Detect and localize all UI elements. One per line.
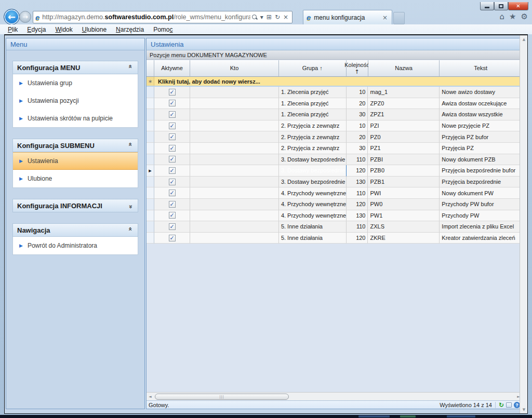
browser-tab[interactable]: e menu konfiguracja × xyxy=(303,10,392,24)
grid-new-row[interactable]: ∗ Kliknij tutaj, aby dodać nowy wiersz..… xyxy=(147,77,522,87)
cell-tekst[interactable]: Nowe przyjęcie PZ xyxy=(440,120,522,132)
cell-aktywne[interactable]: ✓ xyxy=(154,87,190,98)
cell-aktywne[interactable]: ✓ xyxy=(154,177,190,188)
cell-kto[interactable] xyxy=(190,187,279,199)
scrollbar-thumb[interactable]: ||| xyxy=(155,394,289,400)
checkbox-checked[interactable]: ✓ xyxy=(169,145,176,152)
cell-grupa[interactable]: 3. Dostawy bezpośrednie xyxy=(279,177,347,188)
cell-kto[interactable] xyxy=(190,109,279,120)
column-header-kolejnosc[interactable]: Kolejność↑ xyxy=(347,60,368,77)
cell-tekst[interactable]: Awiza dostaw wszystkie xyxy=(440,109,522,120)
row-header-cell[interactable] xyxy=(147,131,154,143)
cell-nazwa[interactable]: PZB0 xyxy=(368,165,440,177)
url-text[interactable]: http://magazyn.demo.softwarestudio.com.p… xyxy=(42,14,250,21)
sidebar-item-ulubione[interactable]: ▶Ulubione xyxy=(13,170,138,187)
row-header-cell[interactable] xyxy=(147,109,154,120)
menubar-item-pomoc[interactable]: Pomoc xyxy=(149,25,177,34)
cell-kolejnosc[interactable]: 30 xyxy=(347,143,368,154)
cell-grupa[interactable]: 2. Przyjęcia z zewnątrz xyxy=(279,143,347,154)
cell-grupa[interactable]: 4. Przychody wewnętrzne xyxy=(279,187,347,199)
table-row[interactable]: ▸✓3. Dostawy bezpośrednie120PZB0Przyjęci… xyxy=(147,165,522,177)
cell-grupa[interactable]: 4. Przychody wewnętrzne xyxy=(279,210,347,222)
checkbox-checked[interactable]: ✓ xyxy=(169,179,176,185)
menubar-item-ulubione[interactable]: Ulubione xyxy=(77,25,111,34)
cell-kto[interactable] xyxy=(190,165,279,177)
home-icon[interactable]: ⌂ xyxy=(500,11,505,22)
collapse-chevron-icon[interactable]: « xyxy=(127,64,134,71)
table-row[interactable]: ✓2. Przyjęcia z zewnątrz20PZ0Przyjęcia P… xyxy=(147,131,522,143)
row-header-cell[interactable] xyxy=(147,120,154,132)
grid-refresh-icon[interactable]: ↻ xyxy=(499,401,504,409)
table-row[interactable]: ✓1. Zlecenia przyjęć20ZPZ0Awiza dostaw o… xyxy=(147,98,522,110)
cell-nazwa[interactable]: ZPZ1 xyxy=(368,109,440,120)
table-row[interactable]: ✓3. Dostawy bezpośrednie130PZB1Przyjęcia… xyxy=(147,177,522,188)
column-header-aktywne[interactable]: Aktywne xyxy=(154,60,190,77)
checkbox-checked[interactable]: ✓ xyxy=(169,133,176,140)
checkbox-checked[interactable]: ✓ xyxy=(169,235,176,241)
cell-kolejnosc[interactable]: 10 xyxy=(347,87,368,98)
sidebar-item-ustawienia-skr-t-w-na-pulpicie[interactable]: ▶Ustawienia skrótów na pulpicie xyxy=(13,110,138,127)
cell-kto[interactable] xyxy=(190,154,279,166)
tools-gear-icon[interactable]: ⚙ xyxy=(521,11,528,22)
compatibility-view-icon[interactable]: ⊞ xyxy=(265,14,273,21)
checkbox-checked[interactable]: ✓ xyxy=(169,111,176,118)
cell-aktywne[interactable]: ✓ xyxy=(154,210,190,222)
sidebar-section-header[interactable]: Nawigacja« xyxy=(12,223,138,237)
row-header-cell[interactable] xyxy=(147,199,154,210)
cell-nazwa[interactable]: PZ1 xyxy=(368,143,440,154)
search-dropdown-icon[interactable]: ▾ xyxy=(259,14,265,21)
cell-nazwa[interactable]: PW1 xyxy=(368,210,440,222)
row-header-cell[interactable] xyxy=(147,210,154,222)
table-row[interactable]: ✓2. Przyjęcia z zewnątrz10PZINowe przyję… xyxy=(147,120,522,132)
cell-nazwa[interactable]: mag_1 xyxy=(368,87,440,98)
cell-tekst[interactable]: Nowe awizo dostawy xyxy=(440,87,522,98)
table-row[interactable]: ✓4. Przychody wewnętrzne130PW1Przychody … xyxy=(147,210,522,222)
cell-grupa[interactable]: 4. Przychody wewnętrzne xyxy=(279,199,347,210)
sidebar-item-ustawienia-pozycji[interactable]: ▶Ustawienia pozycji xyxy=(13,92,138,110)
row-header-cell[interactable] xyxy=(147,143,154,154)
table-row[interactable]: ✓1. Zlecenia przyjęć30ZPZ1Awiza dostaw w… xyxy=(147,109,522,120)
row-header-cell[interactable] xyxy=(147,98,154,110)
cell-kto[interactable] xyxy=(190,199,279,210)
cell-aktywne[interactable]: ✓ xyxy=(154,187,190,199)
checkbox-checked[interactable]: ✓ xyxy=(169,123,176,129)
cell-nazwa[interactable]: PZI xyxy=(368,120,440,132)
checkbox-checked[interactable]: ✓ xyxy=(169,156,176,163)
menubar-item-widok[interactable]: Widok xyxy=(50,25,77,34)
cell-aktywne[interactable]: ✓ xyxy=(154,143,190,154)
cell-aktywne[interactable]: ✓ xyxy=(154,131,190,143)
table-row[interactable]: ✓5. Inne działania120ZKREKreator zatwier… xyxy=(147,233,522,244)
cell-nazwa[interactable]: PZ0 xyxy=(368,131,440,143)
address-bar[interactable]: e http://magazyn.demo.softwarestudio.com… xyxy=(33,11,292,23)
search-icon[interactable] xyxy=(251,14,258,20)
cell-kto[interactable] xyxy=(190,120,279,132)
back-button[interactable]: ← xyxy=(4,9,20,25)
cell-kolejnosc[interactable]: 20 xyxy=(347,98,368,110)
cell-aktywne[interactable]: ✓ xyxy=(154,154,190,166)
cell-tekst[interactable]: Przychody PW bufor xyxy=(440,199,522,210)
cell-kto[interactable] xyxy=(190,233,279,244)
checkbox-checked[interactable]: ✓ xyxy=(169,167,176,174)
cell-kto[interactable] xyxy=(190,177,279,188)
stop-icon[interactable]: × xyxy=(282,14,290,21)
expand-chevron-icon[interactable]: « xyxy=(127,203,134,209)
column-header-nazwa[interactable]: Nazwa xyxy=(368,60,440,77)
scroll-left-icon[interactable]: ◄ xyxy=(147,395,154,399)
cell-nazwa[interactable]: PW0 xyxy=(368,199,440,210)
menubar-item-plik[interactable]: Plik xyxy=(3,25,22,34)
menubar-item-edycja[interactable]: Edycja xyxy=(22,25,50,34)
checkbox-checked[interactable]: ✓ xyxy=(169,212,176,219)
sidebar-item-ustawienia-grup[interactable]: ▶Ustawienia grup xyxy=(13,74,138,92)
cell-kto[interactable] xyxy=(190,87,279,98)
current-row-indicator[interactable]: ▸ xyxy=(147,165,154,177)
cell-aktywne[interactable]: ✓ xyxy=(154,120,190,132)
cell-aktywne[interactable]: ✓ xyxy=(154,109,190,120)
table-row[interactable]: ✓4. Przychody wewnętrzne110PWINowy dokum… xyxy=(147,187,522,199)
cell-kolejnosc[interactable]: 10 xyxy=(347,120,368,132)
cell-aktywne[interactable]: ✓ xyxy=(154,221,190,233)
favorites-star-icon[interactable]: ★ xyxy=(509,11,516,22)
cell-kto[interactable] xyxy=(190,221,279,233)
cell-aktywne[interactable]: ✓ xyxy=(154,233,190,244)
cell-kolejnosc[interactable]: 110 xyxy=(347,154,368,166)
column-header-kto[interactable]: Kto xyxy=(190,60,279,77)
